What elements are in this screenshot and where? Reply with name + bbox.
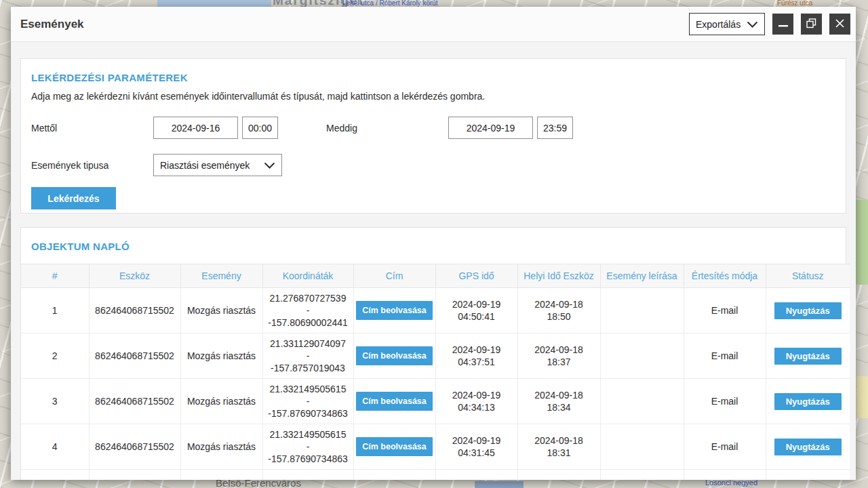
cell-status: Nyugtázás: [766, 333, 850, 379]
cell-gps-time: 2024-09-1904:31:45: [435, 424, 517, 470]
minimize-icon: [778, 19, 788, 29]
col-header-notification: Értesítés módja: [684, 264, 766, 288]
cell-coordinates: 21.276870727539--157.80690002441: [262, 288, 353, 333]
query-parameters-panel: LEKÉRDEZÉSI PARAMÉTEREK Adja meg az leké…: [20, 58, 846, 214]
cell-empty: [180, 470, 262, 481]
query-panel-heading: LEKÉRDEZÉSI PARAMÉTEREK: [31, 72, 835, 83]
cell-local-time: 2024-09-1818:34: [517, 379, 600, 424]
chevron-down-icon: [264, 160, 275, 171]
table-row: 1862464068715502Mozgás riasztás21.276870…: [21, 288, 850, 333]
cell-empty: [262, 470, 353, 481]
event-type-label: Események tipusa: [31, 160, 153, 171]
cell-empty: [353, 470, 435, 481]
cell-empty: [766, 470, 850, 481]
cell-status: Nyugtázás: [766, 424, 850, 470]
map-label-lehel-utca: Lehel utca / Róbert Károly körút: [342, 0, 438, 7]
acknowledge-button[interactable]: Nyugtázás: [774, 439, 842, 455]
to-date-input[interactable]: [448, 117, 533, 139]
object-log-panel: OBJEKTUM NAPLÓ # Eszköz Esemény Koordiná…: [20, 227, 846, 480]
table-row: 2862464068715502Mozgás riasztás21.331129…: [21, 333, 850, 379]
address-lookup-button[interactable]: Cím beolvasása: [356, 392, 433, 411]
cell-empty: [600, 470, 684, 481]
cell-local-time: 2024-09-1818:50: [517, 288, 600, 333]
restore-icon: [806, 18, 816, 30]
query-panel-description: Adja meg az lekérdezni kívánt események …: [31, 91, 835, 102]
cell-status: Nyugtázás: [766, 288, 850, 333]
cell-device: 862464068715502: [89, 424, 180, 470]
table-row: 3862464068715502Mozgás riasztás21.332149…: [21, 379, 850, 424]
cell-description: [600, 333, 684, 379]
object-log-heading: OBJEKTUM NAPLÓ: [21, 241, 846, 264]
event-type-select[interactable]: Riasztási események: [153, 154, 282, 176]
cell-empty: [89, 470, 180, 481]
export-dropdown-label: Exportálás: [696, 19, 741, 30]
cell-gps-time: 2024-09-1904:37:51: [435, 333, 517, 379]
cell-local-time: 2024-09-1818:37: [517, 333, 600, 379]
cell-address: Cím beolvasása: [353, 379, 435, 424]
date-range-row: Mettől Meddig: [31, 117, 835, 139]
from-label: Mettől: [31, 123, 153, 134]
restore-button[interactable]: [801, 14, 822, 35]
col-header-num: #: [21, 264, 89, 288]
cell-empty: [21, 470, 89, 481]
col-header-status: Státusz: [766, 264, 850, 288]
cell-num: 3: [21, 379, 89, 424]
cell-notification: E-mail: [684, 333, 766, 379]
table-row: 4862464068715502Mozgás riasztás21.332149…: [21, 424, 850, 470]
cell-event: Mozgás riasztás: [180, 379, 262, 424]
cell-empty: [435, 470, 517, 481]
address-lookup-button[interactable]: Cím beolvasása: [356, 301, 433, 320]
minimize-button[interactable]: [772, 14, 793, 35]
from-time-input[interactable]: [242, 117, 278, 139]
cell-notification: E-mail: [684, 288, 766, 333]
cell-num: 1: [21, 288, 89, 333]
address-lookup-button[interactable]: Cím beolvasása: [356, 437, 433, 456]
cell-notification: E-mail: [684, 379, 766, 424]
cell-status: Nyugtázás: [766, 379, 850, 424]
chevron-down-icon: [747, 19, 758, 30]
cell-device: 862464068715502: [89, 333, 180, 379]
to-time-input[interactable]: [537, 117, 573, 139]
close-button[interactable]: [829, 14, 850, 35]
cell-notification: E-mail: [684, 424, 766, 470]
cell-empty: [684, 470, 766, 481]
table-row-partial: [21, 470, 850, 481]
acknowledge-button[interactable]: Nyugtázás: [774, 393, 842, 410]
acknowledge-button[interactable]: Nyugtázás: [774, 302, 842, 319]
cell-event: Mozgás riasztás: [180, 333, 262, 379]
dialog-title: Események: [20, 18, 689, 31]
cell-coordinates: 21.331129074097--157.8757019043: [262, 333, 353, 379]
query-button[interactable]: Lekérdezés: [31, 187, 116, 209]
col-header-event: Esemény: [180, 264, 262, 288]
map-label-furesz-utca: Fürész utca: [777, 0, 812, 7]
cell-gps-time: 2024-09-1904:50:41: [435, 288, 517, 333]
cell-address: Cím beolvasása: [353, 424, 435, 470]
cell-device: 862464068715502: [89, 288, 180, 333]
map-water-patch: [157, 0, 271, 7]
table-header-row: # Eszköz Esemény Koordináták Cím GPS idő…: [21, 264, 850, 288]
cell-num: 2: [21, 333, 89, 379]
col-header-coordinates: Koordináták: [262, 264, 353, 288]
cell-event: Mozgás riasztás: [180, 288, 262, 333]
event-log-table: # Eszköz Esemény Koordináták Cím GPS idő…: [21, 264, 850, 480]
cell-description: [600, 288, 684, 333]
cell-address: Cím beolvasása: [353, 333, 435, 379]
from-date-input[interactable]: [153, 117, 238, 139]
cell-local-time: 2024-09-1818:31: [517, 424, 600, 470]
col-header-gps-time: GPS idő: [435, 264, 517, 288]
address-lookup-button[interactable]: Cím beolvasása: [356, 346, 433, 365]
event-type-row: Események tipusa Riasztási események: [31, 154, 835, 176]
to-label: Meddig: [326, 123, 448, 134]
col-header-local-time: Helyi Idő Eszköz: [517, 264, 600, 288]
cell-description: [600, 424, 684, 470]
log-table-body: 1862464068715502Mozgás riasztás21.276870…: [21, 288, 850, 481]
cell-coordinates: 21.332149505615--157.87690734863: [262, 424, 353, 470]
cell-empty: [517, 470, 600, 481]
export-dropdown[interactable]: Exportálás: [689, 13, 765, 35]
acknowledge-button[interactable]: Nyugtázás: [774, 348, 842, 365]
event-type-value: Riasztási események: [160, 160, 250, 171]
map-field-patch: [856, 376, 868, 418]
cell-event: Mozgás riasztás: [180, 424, 262, 470]
cell-address: Cím beolvasása: [353, 288, 435, 333]
col-header-address: Cím: [353, 264, 435, 288]
